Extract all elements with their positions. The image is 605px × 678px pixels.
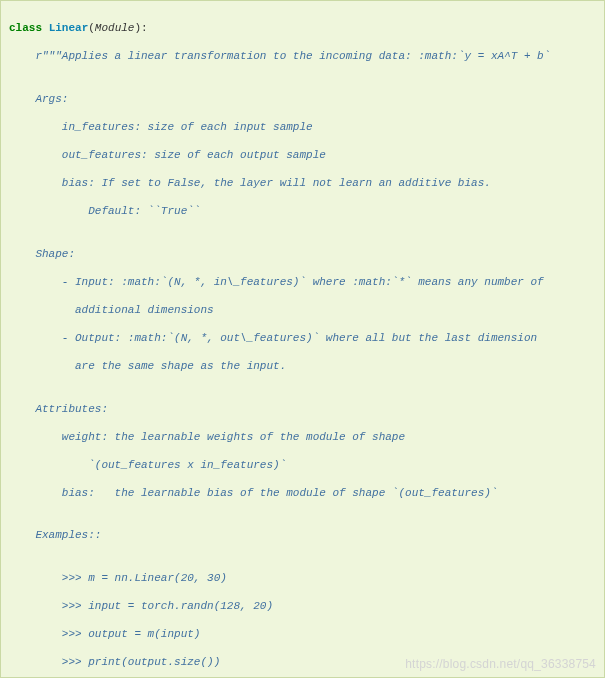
docstring-line: - Output: :math:`(N, *, out\_features)` …	[9, 331, 596, 345]
docstring-line: >>> output = m(input)	[9, 627, 596, 641]
base-class: Module	[95, 22, 135, 34]
docstring-line: additional dimensions	[9, 303, 596, 317]
docstring-line: Default: ``True``	[9, 204, 596, 218]
docstring-line: out_features: size of each output sample	[9, 148, 596, 162]
code-line: class Linear(Module):	[9, 21, 596, 35]
class-name: Linear	[49, 22, 89, 34]
docstring-line: Args:	[9, 92, 596, 106]
docstring-line: bias: the learnable bias of the module o…	[9, 486, 596, 500]
code-block: class Linear(Module): r"""Applies a line…	[0, 0, 605, 678]
docstring-line: in_features: size of each input sample	[9, 120, 596, 134]
docstring-line: Attributes:	[9, 402, 596, 416]
docstring-line: Examples::	[9, 528, 596, 542]
docstring-line: weight: the learnable weights of the mod…	[9, 430, 596, 444]
docstring-line: Shape:	[9, 247, 596, 261]
docstring-line: `(out_features x in_features)`	[9, 458, 596, 472]
docstring-line: - Input: :math:`(N, *, in\_features)` wh…	[9, 275, 596, 289]
keyword-class: class	[9, 22, 42, 34]
docstring-line: >>> input = torch.randn(128, 20)	[9, 599, 596, 613]
docstring-line: >>> m = nn.Linear(20, 30)	[9, 571, 596, 585]
docstring-line: r"""Applies a linear transformation to t…	[9, 49, 596, 63]
docstring-line: are the same shape as the input.	[9, 359, 596, 373]
docstring-line: bias: If set to False, the layer will no…	[9, 176, 596, 190]
docstring-line: >>> print(output.size())	[9, 655, 596, 669]
